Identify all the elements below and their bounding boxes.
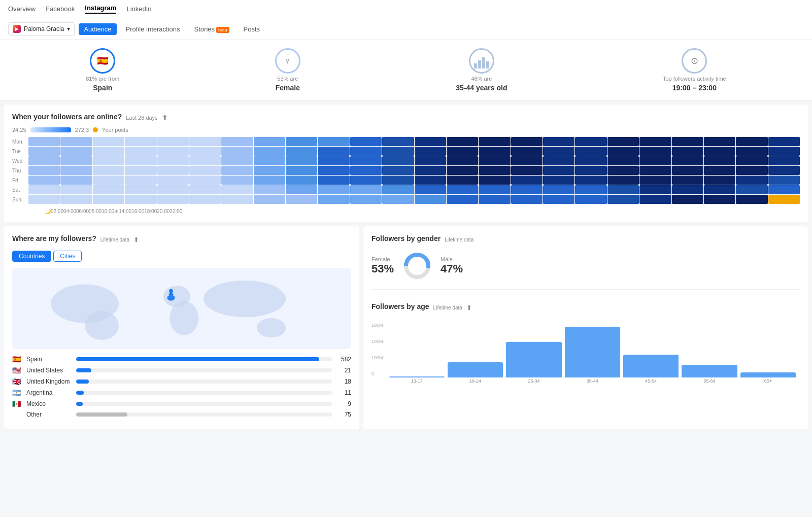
heatmap-grid: MonTueWedThuFriSatSun: [12, 137, 800, 204]
tab-cities[interactable]: Cities: [53, 251, 82, 262]
age-bar: [740, 372, 796, 377]
account-selector[interactable]: ▶ Paloma Gracia ▾: [8, 22, 75, 36]
nav-facebook[interactable]: Facebook: [46, 5, 75, 13]
svg-point-4: [170, 301, 198, 335]
male-value: 47%: [441, 262, 463, 275]
country-bar: [76, 368, 91, 372]
stat-gender: ♀ 53% are Female: [275, 48, 300, 92]
world-map: [12, 268, 351, 349]
nav-linkedin[interactable]: LinkedIn: [126, 5, 151, 13]
sub-nav: ▶ Paloma Gracia ▾ Audience Profile inter…: [0, 18, 812, 40]
age-label: 13-17: [411, 378, 423, 384]
country-count: 582: [336, 356, 351, 363]
country-list: 🇪🇸 Spain 582 🇺🇸 United States 21 🇬🇧 Unit…: [12, 355, 351, 418]
followers-export-icon[interactable]: ⬆: [133, 236, 139, 244]
heatmap-legend: 24.25 272.3 Your posts: [12, 127, 800, 133]
panel-divider: [371, 289, 800, 290]
age-bar: [565, 327, 620, 377]
country-flag: 🇺🇸: [12, 366, 22, 374]
followers-tabs: Countries Cities: [12, 251, 351, 262]
heatmap-subtitle: Last 28 days: [126, 115, 157, 121]
country-bar-wrap: [76, 368, 332, 372]
tab-stories[interactable]: Storiesbeta: [189, 23, 234, 35]
legend-posts-label: Your posts: [102, 127, 128, 133]
age-bar-item: 13-17: [389, 376, 445, 384]
age-label: 45-54: [645, 378, 657, 384]
legend-posts-dot: [93, 127, 98, 132]
country-name: United States: [26, 367, 72, 374]
heatmap-title: When your followers are online?: [12, 113, 122, 121]
tab-audience[interactable]: Audience: [79, 23, 116, 35]
age-title: Followers by age: [371, 302, 429, 311]
age-label: 35-44: [587, 378, 598, 384]
stats-row: 🇪🇸 81% are from Spain ♀ 53% are Female 4…: [0, 40, 812, 100]
age-bar-icon: [474, 53, 489, 68]
heatmap-section: When your followers are online? Last 28 …: [4, 105, 808, 222]
tab-countries[interactable]: Countries: [12, 251, 51, 262]
country-name: United Kingdom: [26, 378, 72, 385]
top-nav: Overview Facebook Instagram LinkedIn: [0, 0, 812, 18]
beta-badge: beta: [216, 27, 229, 33]
legend-max: 272.3: [75, 127, 89, 133]
country-name: Spain: [26, 356, 72, 363]
legend-min: 24.25: [12, 127, 26, 133]
svg-point-5: [204, 281, 286, 318]
country-name: Mexico: [26, 400, 72, 407]
age-bar: [623, 355, 679, 377]
gender-age-panel: Followers by gender Lifetime data Female…: [363, 226, 808, 429]
age-label: 25-34: [528, 378, 539, 384]
country-item: 🇲🇽 Mexico 9: [12, 400, 351, 408]
age-bar-item: 65+: [740, 372, 796, 384]
time-labels: 🌙02:0004:0006:0008:0010:00☀14:0016:0018:…: [12, 206, 800, 214]
age-export-icon[interactable]: ⬆: [466, 304, 472, 312]
country-flag: 🇲🇽: [12, 400, 22, 408]
stat-location-value: Spain: [93, 84, 112, 92]
dropdown-arrow: ▾: [67, 25, 70, 32]
svg-point-6: [257, 318, 286, 337]
gender-row: Female 53% Male 47%: [371, 251, 800, 281]
country-bar-wrap: [76, 402, 332, 406]
stat-age-value: 35-44 years old: [456, 84, 507, 92]
age-label: 65+: [764, 378, 772, 384]
stat-age: 48% are 35-44 years old: [456, 48, 507, 92]
gender-header: Followers by gender Lifetime data: [371, 234, 800, 245]
export-icon[interactable]: ⬆: [162, 114, 168, 122]
female-value: 53%: [371, 262, 394, 275]
tab-posts[interactable]: Posts: [239, 23, 265, 35]
country-item: 🇬🇧 United Kingdom 18: [12, 377, 351, 386]
country-bar-wrap: [76, 391, 332, 395]
followers-header: Where are my followers? Lifetime data ⬆: [12, 234, 351, 245]
stat-activity: ⊙ Top followers activity time 19:00 – 23…: [663, 48, 726, 92]
svg-point-1: [85, 311, 119, 340]
age-bar: [448, 362, 503, 377]
stat-location-label: 81% are from: [86, 76, 119, 82]
country-flag: 🇦🇷: [12, 389, 22, 397]
gender-subtitle: Lifetime data: [445, 237, 473, 243]
stat-gender-value: Female: [276, 84, 300, 92]
age-bar: [389, 376, 445, 377]
gender-donut: [402, 251, 432, 281]
nav-instagram[interactable]: Instagram: [85, 4, 116, 14]
age-label: 55-64: [703, 378, 715, 384]
age-bar-item: 25-34: [506, 342, 561, 384]
followers-panel: Where are my followers? Lifetime data ⬆ …: [4, 226, 359, 429]
instagram-icon: ▶: [13, 25, 21, 33]
female-label: Female: [371, 256, 394, 262]
age-axis-mid: 100M: [371, 339, 383, 344]
country-flag: 🇬🇧: [12, 377, 22, 386]
tab-profile-interactions[interactable]: Profile interactions: [121, 23, 185, 35]
age-axis-bot: 100M: [371, 355, 383, 360]
age-chart: 13-17 18-24 25-34 35-44 45-54 55-64 65+: [385, 323, 800, 384]
country-bar: [76, 391, 84, 395]
gender-title: Followers by gender: [371, 234, 441, 243]
country-item: 🇦🇷 Argentina 11: [12, 389, 351, 397]
country-bar-wrap: [76, 380, 332, 384]
age-bar: [506, 342, 561, 377]
country-item: Other 75: [12, 411, 351, 418]
country-bar: [76, 357, 319, 361]
country-count: 21: [336, 367, 351, 374]
nav-overview[interactable]: Overview: [8, 5, 36, 13]
country-count: 18: [336, 378, 351, 385]
age-axis: 100M 100M 100M 0: [371, 323, 383, 384]
country-bar: [76, 402, 83, 406]
